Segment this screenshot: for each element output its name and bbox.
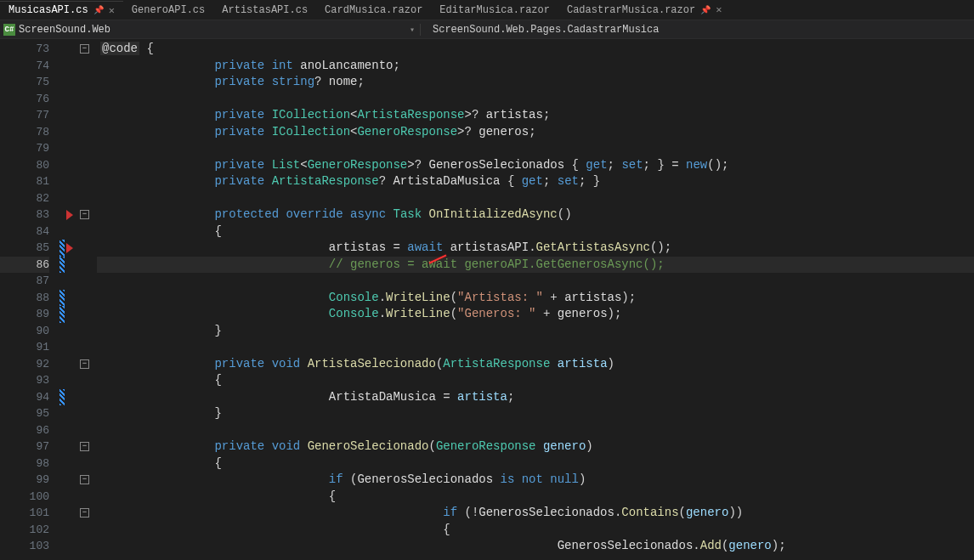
line-number: 75 xyxy=(0,74,49,91)
code-line[interactable] xyxy=(97,91,974,108)
fold-toggle-icon[interactable]: − xyxy=(80,508,89,518)
code-line[interactable]: protected override async Task OnInitiali… xyxy=(97,206,974,223)
code-line[interactable]: { xyxy=(97,455,974,472)
line-number: 89 xyxy=(0,306,49,323)
code-line[interactable]: private string? nome; xyxy=(97,74,974,91)
line-number: 82 xyxy=(0,190,49,207)
tab-editarmusica[interactable]: EditarMusica.razor xyxy=(431,2,558,19)
tab-label: ArtistasAPI.cs xyxy=(222,4,308,16)
tab-genero-api[interactable]: GeneroAPI.cs xyxy=(123,2,213,19)
line-number: 86 xyxy=(0,257,49,274)
line-number: 79 xyxy=(0,140,49,157)
fold-toggle-icon[interactable]: − xyxy=(80,359,89,369)
tab-bar: MusicasAPI.cs 📌 ✕ GeneroAPI.cs ArtistasA… xyxy=(0,0,974,20)
code-line[interactable]: } xyxy=(97,405,974,422)
line-number: 83 xyxy=(0,206,49,223)
code-line[interactable]: { xyxy=(97,223,974,240)
line-number-gutter: 7374757677787980818283848586878889909192… xyxy=(0,39,59,560)
pin-icon[interactable]: 📌 xyxy=(700,5,711,15)
tab-artistas-api[interactable]: ArtistasAPI.cs xyxy=(213,2,316,19)
code-line[interactable]: { xyxy=(97,522,974,539)
code-content[interactable]: @code { private int anoLancamento; priva… xyxy=(97,39,974,560)
line-number: 80 xyxy=(0,157,49,174)
line-number: 84 xyxy=(0,223,49,240)
line-number: 76 xyxy=(0,91,49,108)
code-line[interactable]: private ArtistaResponse? ArtistaDaMusica… xyxy=(97,173,974,190)
line-number: 99 xyxy=(0,472,49,489)
line-number: 95 xyxy=(0,405,49,422)
line-number: 100 xyxy=(0,489,49,506)
close-icon[interactable]: ✕ xyxy=(109,4,115,17)
code-line[interactable]: @code { xyxy=(97,41,974,58)
code-line[interactable]: private void GeneroSelecionado(GeneroRes… xyxy=(97,438,974,455)
breakpoint-icon[interactable] xyxy=(66,243,73,253)
code-line[interactable]: artistas = await artistasAPI.GetArtistas… xyxy=(97,240,974,257)
line-number: 101 xyxy=(0,505,49,522)
context-project-name: ScreenSound.Web xyxy=(19,24,110,36)
code-line[interactable]: } xyxy=(97,323,974,340)
context-bar: C# ScreenSound.Web ▾ ScreenSound.Web.Pag… xyxy=(0,20,974,39)
code-line[interactable] xyxy=(97,273,974,290)
tab-label: MusicasAPI.cs xyxy=(8,4,88,16)
change-marker xyxy=(59,290,65,307)
close-icon[interactable]: ✕ xyxy=(716,3,722,16)
code-line[interactable] xyxy=(97,190,974,207)
line-number: 103 xyxy=(0,538,49,555)
code-line[interactable] xyxy=(97,140,974,157)
tab-label: GeneroAPI.cs xyxy=(132,4,205,16)
chevron-down-icon[interactable]: ▾ xyxy=(410,25,415,35)
tab-cadastrarmusica[interactable]: CadastrarMusica.razor 📌 ✕ xyxy=(558,1,730,19)
code-line[interactable] xyxy=(97,422,974,439)
code-line[interactable]: { xyxy=(97,489,974,506)
code-line[interactable]: Console.WriteLine("Generos: " + generos)… xyxy=(97,306,974,323)
code-line[interactable]: GenerosSelecionados.Add(genero); xyxy=(97,538,974,555)
line-number: 96 xyxy=(0,422,49,439)
code-line[interactable]: // generos = await generoAPI.GetGenerosA… xyxy=(97,257,974,274)
line-number: 73 xyxy=(0,41,49,58)
line-number: 93 xyxy=(0,372,49,389)
code-line[interactable]: private int anoLancamento; xyxy=(97,58,974,75)
tab-label: EditarMusica.razor xyxy=(439,4,550,16)
fold-toggle-icon[interactable]: − xyxy=(80,442,89,451)
line-number: 77 xyxy=(0,107,49,124)
tab-cardmusica[interactable]: CardMusica.razor xyxy=(316,2,431,19)
code-line[interactable]: Console.WriteLine("Artistas: " + artista… xyxy=(97,290,974,307)
fold-toggle-icon[interactable]: − xyxy=(80,210,89,219)
fold-toggle-icon[interactable]: − xyxy=(80,475,89,484)
csharp-icon: C# xyxy=(3,24,15,36)
code-line[interactable]: { xyxy=(97,372,974,389)
line-number: 91 xyxy=(0,339,49,356)
code-line[interactable]: if (!GenerosSelecionados.Contains(genero… xyxy=(97,505,974,522)
code-line[interactable]: private ICollection<GeneroResponse>? gen… xyxy=(97,124,974,141)
breakpoint-icon[interactable] xyxy=(66,210,73,220)
code-line[interactable]: ArtistaDaMusica = artista; xyxy=(97,389,974,406)
tab-musicas-api[interactable]: MusicasAPI.cs 📌 ✕ xyxy=(0,1,123,20)
line-number: 98 xyxy=(0,455,49,472)
line-number: 74 xyxy=(0,58,49,75)
line-number: 78 xyxy=(0,124,49,141)
change-marker xyxy=(59,389,65,406)
line-number: 102 xyxy=(0,522,49,539)
code-line[interactable]: private List<GeneroResponse>? GenerosSel… xyxy=(97,157,974,174)
code-editor[interactable]: 7374757677787980818283848586878889909192… xyxy=(0,39,974,560)
code-line[interactable] xyxy=(97,339,974,356)
context-scope-left[interactable]: C# ScreenSound.Web ▾ xyxy=(0,24,421,36)
context-class-name: ScreenSound.Web.Pages.CadastrarMusica xyxy=(433,24,659,36)
change-marker xyxy=(59,306,65,323)
line-number: 92 xyxy=(0,356,49,373)
tab-label: CadastrarMusica.razor xyxy=(567,4,695,16)
code-line[interactable]: private ICollection<ArtistaResponse>? ar… xyxy=(97,107,974,124)
line-number: 88 xyxy=(0,290,49,307)
fold-toggle-icon[interactable]: − xyxy=(80,44,89,54)
line-number: 90 xyxy=(0,323,49,340)
line-number: 94 xyxy=(0,389,49,406)
tab-label: CardMusica.razor xyxy=(325,4,422,16)
line-number: 87 xyxy=(0,273,49,290)
context-scope-right[interactable]: ScreenSound.Web.Pages.CadastrarMusica xyxy=(421,24,974,36)
line-number: 81 xyxy=(0,173,49,190)
code-line[interactable]: private void ArtistaSelecionado(ArtistaR… xyxy=(97,356,974,373)
pin-icon[interactable]: 📌 xyxy=(93,5,104,15)
line-number: 85 xyxy=(0,240,49,257)
code-line[interactable]: if (GenerosSelecionados is not null) xyxy=(97,472,974,489)
line-number: 97 xyxy=(0,438,49,455)
